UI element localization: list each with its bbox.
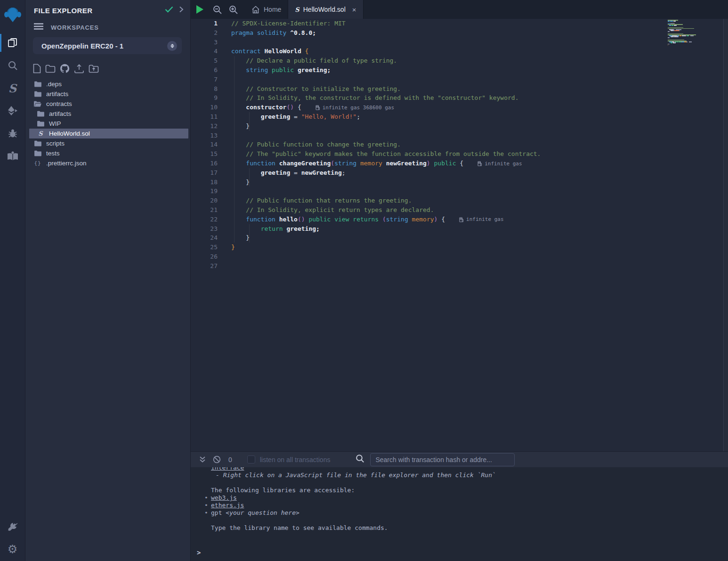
activity-bar: S ⚙: [0, 0, 25, 561]
listen-transactions-checkbox[interactable]: [247, 455, 255, 463]
code-line: // Declare a public field of type string…: [231, 56, 728, 65]
sidebar-item-learneth[interactable]: [0, 145, 25, 167]
gas-estimate-label: infinite gas: [485, 159, 522, 169]
sidebar-item-plugin-manager[interactable]: [0, 516, 25, 537]
new-folder-button[interactable]: [45, 65, 56, 73]
zoom-in-button[interactable]: [228, 5, 238, 15]
terminal-line: [211, 517, 728, 524]
tree-item-label: WIP: [49, 120, 61, 127]
sidebar-item-settings[interactable]: ⚙: [0, 538, 25, 560]
close-tab-icon[interactable]: ×: [352, 6, 356, 14]
code-line: }: [231, 243, 728, 252]
terminal-search-input[interactable]: [370, 453, 515, 466]
tree-item--prettierrc-json[interactable]: {}.prettierrc.json: [29, 158, 188, 168]
code-line: greeting = "Hello, World!";: [231, 112, 728, 122]
search-icon: [7, 60, 18, 71]
sidebar-item-solidity-compiler[interactable]: S: [0, 77, 25, 99]
file-tree: .depsartifactscontractsartifactsWIPSHell…: [25, 79, 190, 168]
sidebar-item-file-explorer[interactable]: [0, 32, 25, 54]
sidebar-item-deploy-run[interactable]: [0, 100, 25, 122]
terminal-prompt[interactable]: >: [191, 549, 728, 561]
tree-item-label: contracts: [46, 100, 72, 107]
tree-item-contracts[interactable]: contracts: [29, 99, 188, 109]
tab-home-label: Home: [264, 6, 281, 13]
gas-estimate-widget: infinite gas: [477, 159, 522, 169]
tab-home[interactable]: Home: [245, 0, 288, 19]
tree-item--deps[interactable]: .deps: [29, 79, 188, 89]
line-number: 12: [191, 122, 218, 131]
code-line: [231, 75, 728, 84]
line-number: 19: [191, 187, 218, 196]
minimap[interactable]: [668, 20, 712, 48]
upload-folder-button[interactable]: [89, 65, 99, 73]
tab-helloworld-sol[interactable]: S HelloWorld.sol ×: [288, 0, 363, 19]
solidity-file-icon: S: [295, 6, 299, 13]
terminal-link[interactable]: web3.js: [211, 494, 237, 501]
remix-logo[interactable]: [0, 4, 25, 25]
line-number: 14: [191, 140, 218, 149]
folder-icon: [34, 150, 41, 156]
tree-item-label: tests: [46, 150, 60, 157]
code-line: // In Solidity, the constructor is defin…: [231, 93, 728, 103]
sidebar-item-search[interactable]: [0, 55, 25, 76]
code-line: [231, 187, 728, 196]
folder-icon: [37, 111, 44, 117]
line-number: 5: [191, 56, 218, 65]
file-explorer-icon: [7, 37, 18, 49]
tree-item-helloworld-sol[interactable]: SHelloWorld.sol: [29, 129, 188, 138]
collapse-terminal-icon[interactable]: [195, 456, 210, 463]
tree-item-label: .deps: [46, 81, 62, 88]
line-number: 22: [191, 215, 218, 224]
accept-check-icon[interactable]: [165, 6, 173, 15]
chevron-right-icon[interactable]: [179, 6, 184, 15]
tree-item-wip[interactable]: WIP: [29, 119, 188, 129]
github-icon[interactable]: [60, 64, 70, 73]
line-number: 16: [191, 159, 218, 168]
run-script-button[interactable]: [196, 5, 203, 14]
terminal-search-icon: [356, 454, 364, 465]
new-file-button[interactable]: [33, 64, 41, 73]
tree-item-artifacts[interactable]: artifacts: [29, 109, 188, 119]
remix-logo-icon: [3, 6, 22, 24]
workspace-select[interactable]: OpenZeppelin ERC20 - 1: [33, 37, 182, 54]
line-number: 27: [191, 261, 218, 271]
terminal-line: The following libraries are accessible:: [211, 487, 728, 494]
terminal-output[interactable]: interface- Right click on a JavaScript f…: [191, 467, 728, 561]
terminal-link[interactable]: ethers.js: [211, 502, 244, 509]
hamburger-menu-icon[interactable]: [34, 23, 43, 32]
tree-item-scripts[interactable]: scripts: [29, 138, 188, 148]
upload-file-button[interactable]: [74, 64, 84, 73]
tree-item-label: scripts: [46, 140, 65, 147]
code-line: [231, 252, 728, 261]
line-number: 15: [191, 149, 218, 159]
book-icon: [7, 150, 19, 162]
folder-icon: [34, 81, 41, 87]
workbench: Home S HelloWorld.sol × 1234567891011121…: [191, 0, 728, 561]
file-explorer-panel: FILE EXPLORER WORKSPACES OpenZeppelin ER…: [25, 0, 191, 561]
folder-icon: [34, 91, 41, 97]
line-number: 4: [191, 47, 218, 56]
line-number: 3: [191, 38, 218, 47]
zoom-out-button[interactable]: [212, 5, 222, 15]
code-line: contract HelloWorld {: [231, 47, 728, 56]
tree-item-tests[interactable]: tests: [29, 148, 188, 158]
code-line: [231, 38, 728, 47]
terminal-line: [211, 479, 728, 487]
clear-console-icon[interactable]: [210, 455, 224, 463]
code-line: // Public function that returns the gree…: [231, 196, 728, 205]
terminal-line: ethers.js: [211, 502, 728, 509]
line-number: 10: [191, 103, 218, 112]
terminal-line[interactable]: interface: [211, 467, 728, 472]
gas-estimate-widget: infinite gas 368600 gas: [315, 103, 394, 113]
sidebar-item-debugger[interactable]: [0, 122, 25, 144]
home-icon: [251, 6, 260, 14]
line-number: 20: [191, 196, 218, 205]
tree-item-artifacts[interactable]: artifacts: [29, 89, 188, 99]
tree-item-label: artifacts: [49, 110, 71, 117]
code-editor[interactable]: 1234567891011121314151617181920212223242…: [191, 19, 728, 451]
code-line: constructor() {infinite gas 368600 gas: [231, 103, 728, 112]
terminal-line: web3.js: [211, 494, 728, 502]
panel-title: FILE EXPLORER: [34, 7, 159, 15]
editor-scrollbar[interactable]: [723, 19, 728, 451]
code-line: // Public function to change the greetin…: [231, 140, 728, 149]
